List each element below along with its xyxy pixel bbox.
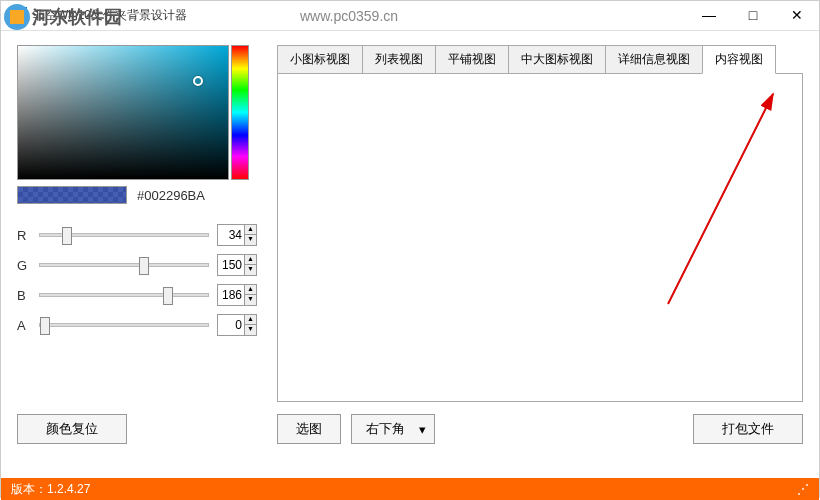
- hue-slider[interactable]: [231, 45, 249, 180]
- slider-g[interactable]: [39, 263, 209, 267]
- slider-thumb-r[interactable]: [62, 227, 72, 245]
- choose-image-button[interactable]: 选图: [277, 414, 341, 444]
- tab-4[interactable]: 详细信息视图: [605, 45, 703, 74]
- color-picker-canvas[interactable]: [17, 45, 229, 180]
- spin-down-icon[interactable]: ▼: [244, 235, 256, 245]
- slider-label-r: R: [17, 228, 31, 243]
- watermark-text: 河东软件园: [32, 5, 122, 29]
- watermark-url: www.pc0359.cn: [300, 8, 398, 24]
- slider-label-g: G: [17, 258, 31, 273]
- dropdown-value: 右下角: [366, 420, 405, 438]
- minimize-button[interactable]: —: [687, 1, 731, 29]
- spin-down-icon[interactable]: ▼: [244, 325, 256, 335]
- svg-line-2: [668, 94, 773, 304]
- tab-3[interactable]: 中大图标视图: [508, 45, 606, 74]
- spin-up-icon[interactable]: ▲: [244, 255, 256, 265]
- spin-down-icon[interactable]: ▼: [244, 265, 256, 275]
- spin-up-icon[interactable]: ▲: [244, 285, 256, 295]
- slider-thumb-g[interactable]: [139, 257, 149, 275]
- position-dropdown[interactable]: 右下角 ▾: [351, 414, 435, 444]
- status-bar: 版本：1.2.4.27 ⋰: [1, 478, 819, 500]
- input-g[interactable]: 150▲▼: [217, 254, 257, 276]
- watermark-logo: [2, 2, 32, 32]
- slider-a[interactable]: [39, 323, 209, 327]
- tab-2[interactable]: 平铺视图: [435, 45, 509, 74]
- chevron-down-icon: ▾: [419, 422, 426, 437]
- preview-area: [277, 73, 803, 402]
- reset-color-button[interactable]: 颜色复位: [17, 414, 127, 444]
- resize-grip-icon[interactable]: ⋰: [797, 482, 809, 496]
- spin-down-icon[interactable]: ▼: [244, 295, 256, 305]
- slider-b[interactable]: [39, 293, 209, 297]
- color-swatch: [17, 186, 127, 204]
- slider-label-b: B: [17, 288, 31, 303]
- close-button[interactable]: ✕: [775, 1, 819, 29]
- tab-0[interactable]: 小图标视图: [277, 45, 363, 74]
- color-picker-handle[interactable]: [193, 76, 203, 86]
- input-a[interactable]: 0▲▼: [217, 314, 257, 336]
- watermark-overlay: 河东软件园: [2, 2, 122, 32]
- slider-thumb-a[interactable]: [40, 317, 50, 335]
- annotation-arrow: [658, 84, 798, 314]
- spin-up-icon[interactable]: ▲: [244, 225, 256, 235]
- tab-5[interactable]: 内容视图: [702, 45, 776, 74]
- input-b[interactable]: 186▲▼: [217, 284, 257, 306]
- slider-r[interactable]: [39, 233, 209, 237]
- spin-up-icon[interactable]: ▲: [244, 315, 256, 325]
- version-text: 版本：1.2.4.27: [11, 481, 90, 498]
- title-bar: 非空Win10文件夹背景设计器 — □ ✕: [1, 1, 819, 31]
- pack-file-button[interactable]: 打包文件: [693, 414, 803, 444]
- maximize-button[interactable]: □: [731, 1, 775, 29]
- tab-1[interactable]: 列表视图: [362, 45, 436, 74]
- hex-value: #002296BA: [137, 188, 205, 203]
- slider-thumb-b[interactable]: [163, 287, 173, 305]
- slider-label-a: A: [17, 318, 31, 333]
- input-r[interactable]: 34▲▼: [217, 224, 257, 246]
